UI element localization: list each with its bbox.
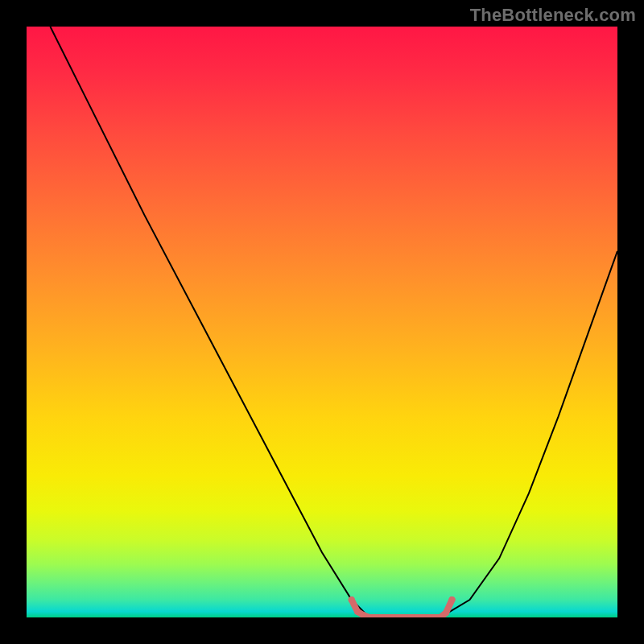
watermark-text: TheBottleneck.com: [470, 5, 636, 26]
curve-svg: [27, 27, 617, 617]
chart-frame: TheBottleneck.com: [0, 0, 644, 644]
plot-area: [27, 27, 617, 617]
main-curve-path: [50, 27, 617, 617]
marker-dot: [449, 597, 456, 603]
marker-dot: [443, 609, 449, 616]
bottom-marker-path: [352, 600, 452, 617]
marker-dot: [349, 597, 355, 603]
marker-dot: [354, 609, 361, 615]
